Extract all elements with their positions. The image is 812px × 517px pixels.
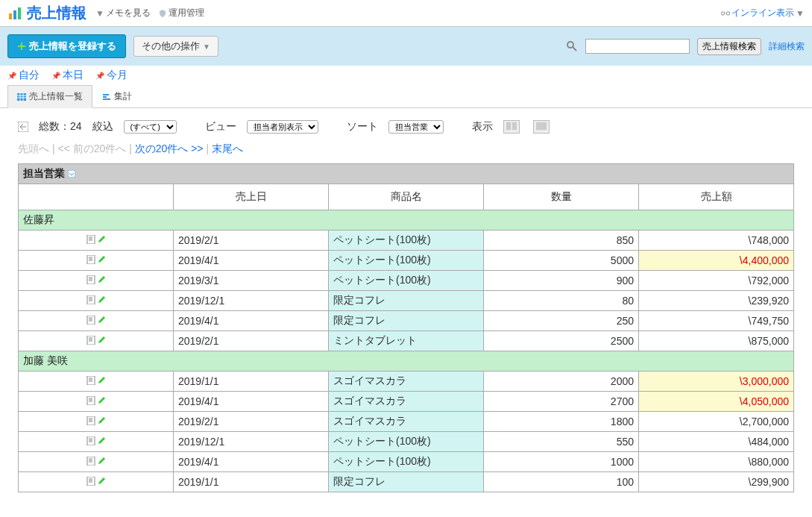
subtab-summary[interactable]: 集計 [92, 85, 142, 107]
table-row: 2019/12/1ペットシート(100枚)550\484,000 [19, 432, 794, 452]
edit-icon[interactable] [97, 456, 106, 465]
register-button[interactable]: 売上情報を登録する [7, 34, 126, 58]
col-amount[interactable]: 売上額 [639, 184, 794, 210]
cell-amount: \2,700,000 [639, 412, 794, 432]
detail-icon[interactable] [86, 476, 95, 485]
cell-qty: 1800 [484, 412, 639, 432]
cell-product: ペットシート(100枚) [329, 452, 484, 472]
subtab-list[interactable]: 売上情報一覧 [7, 85, 92, 108]
detail-icon[interactable] [86, 275, 95, 283]
search-input[interactable] [585, 39, 690, 54]
edit-icon[interactable] [97, 254, 106, 263]
svg-rect-48 [87, 396, 95, 405]
cell-qty: 2000 [484, 372, 639, 392]
pager-next[interactable]: 次の20件へ >> [135, 142, 204, 154]
filter-select[interactable]: (すべて) [124, 120, 177, 134]
cell-product: ペットシート(100枚) [329, 432, 484, 452]
detail-icon[interactable] [86, 436, 95, 445]
cell-amount: \749,750 [639, 311, 794, 331]
detail-icon[interactable] [86, 335, 95, 344]
edit-icon[interactable] [97, 395, 106, 404]
detail-icon[interactable] [86, 295, 95, 304]
tab-today[interactable]: 📌本日 [51, 69, 84, 82]
cell-amount: \880,000 [639, 452, 794, 472]
display-mode-1[interactable] [503, 120, 520, 134]
advanced-search-link[interactable]: 詳細検索 [769, 40, 805, 53]
edit-icon[interactable] [97, 416, 106, 424]
svg-rect-14 [103, 98, 110, 100]
pager-first: 先頭へ [18, 142, 49, 154]
tab-month[interactable]: 📌今月 [95, 69, 128, 82]
cell-product: スゴイマスカラ [329, 372, 484, 392]
svg-rect-17 [512, 122, 516, 131]
pager-last[interactable]: 末尾へ [212, 142, 243, 154]
table-row: 2019/1/1スゴイマスカラ2000\3,000,000 [19, 372, 794, 392]
col-date[interactable]: 売上日 [174, 184, 329, 210]
edit-icon[interactable] [97, 335, 106, 344]
cell-amount: \3,000,000 [639, 372, 794, 392]
app-icon [7, 6, 22, 21]
table-row: 2019/12/1限定コフレ80\239,920 [19, 291, 794, 311]
col-product[interactable]: 商品名 [329, 184, 484, 210]
edit-icon[interactable] [97, 315, 106, 324]
cell-amount: \875,000 [639, 331, 794, 351]
search-icon [566, 40, 578, 52]
svg-rect-1 [13, 10, 16, 19]
cell-product: ミントタブレット [329, 331, 484, 351]
svg-rect-7 [17, 93, 26, 101]
sort-select[interactable]: 担当営業 [388, 120, 444, 134]
cell-qty: 550 [484, 432, 639, 452]
table-row: 2019/4/1スゴイマスカラ2700\4,050,000 [19, 392, 794, 412]
svg-rect-0 [9, 13, 12, 19]
cell-date: 2019/4/1 [174, 251, 329, 271]
detail-icon[interactable] [86, 456, 95, 465]
memo-link[interactable]: ▼メモを見る [95, 7, 151, 19]
filter-label: 絞込 [92, 120, 113, 134]
admin-link[interactable]: 運用管理 [158, 7, 204, 19]
collapse-icon[interactable] [18, 122, 28, 132]
cell-date: 2019/12/1 [174, 432, 329, 452]
detail-icon[interactable] [86, 395, 95, 404]
tab-self[interactable]: 📌自分 [7, 69, 40, 82]
svg-rect-18 [536, 122, 547, 131]
cell-amount: \4,400,000 [639, 251, 794, 271]
edit-icon[interactable] [97, 234, 106, 243]
detail-icon[interactable] [86, 234, 95, 243]
detail-icon[interactable] [86, 254, 95, 263]
row-actions [19, 372, 174, 392]
detail-icon[interactable] [86, 416, 95, 424]
cell-date: 2019/2/1 [174, 231, 329, 251]
edit-icon[interactable] [97, 476, 106, 485]
detail-icon[interactable] [86, 375, 95, 384]
row-actions [19, 291, 174, 311]
view-select[interactable]: 担当者別表示 [247, 120, 318, 134]
total-count: 総数：24 [39, 120, 82, 134]
svg-rect-16 [506, 122, 511, 131]
display-mode-2[interactable] [533, 120, 550, 134]
edit-icon[interactable] [97, 375, 106, 384]
col-actions [19, 184, 174, 210]
search-button[interactable]: 売上情報検索 [697, 38, 761, 55]
edit-icon[interactable] [97, 295, 106, 304]
svg-rect-52 [87, 416, 95, 425]
group-name: 加藤 美咲 [19, 351, 794, 372]
row-actions [19, 392, 174, 412]
other-operations-dropdown[interactable]: その他の操作▼ [133, 36, 218, 57]
svg-rect-13 [103, 96, 107, 98]
svg-rect-64 [87, 477, 95, 486]
edit-icon[interactable] [97, 275, 106, 283]
detail-icon[interactable] [86, 315, 95, 324]
cell-date: 2019/2/1 [174, 412, 329, 432]
inline-display-link[interactable]: インライン表示▼ [721, 7, 805, 19]
cell-amount: \299,900 [639, 472, 794, 492]
cell-amount: \4,050,000 [639, 392, 794, 412]
cell-date: 2019/4/1 [174, 452, 329, 472]
col-qty[interactable]: 数量 [484, 184, 639, 210]
pin-icon: 📌 [51, 72, 60, 80]
svg-rect-2 [18, 7, 21, 19]
edit-icon[interactable] [97, 436, 106, 445]
data-table: 担当営業 売上日 商品名 数量 売上額 佐藤昇2019/2/1ペットシート(10… [18, 163, 794, 492]
cell-date: 2019/3/1 [174, 271, 329, 291]
group-by-header[interactable]: 担当営業 [19, 164, 794, 184]
shield-icon [158, 9, 167, 18]
